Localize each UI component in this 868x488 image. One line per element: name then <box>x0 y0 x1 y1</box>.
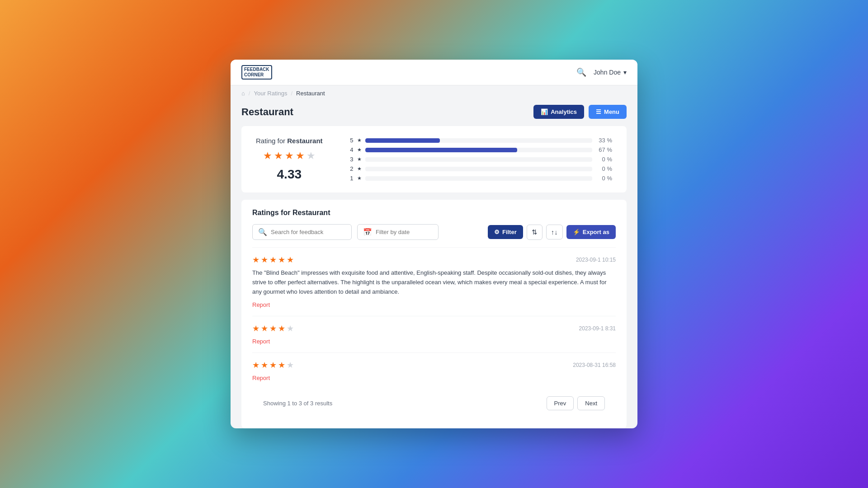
rating-for-label: Rating for Restaurant <box>256 137 323 145</box>
page-title: Restaurant <box>241 106 293 118</box>
user-name: John Doe <box>594 69 621 76</box>
logo: FEEDBACK CORNER <box>241 65 272 80</box>
star-3: ★ <box>285 150 294 162</box>
filter-icon: ⚙ <box>494 229 500 235</box>
review-1-report-button[interactable]: Report <box>252 301 270 308</box>
sort-icon-2: ↑↓ <box>551 228 558 236</box>
bar-track-4 <box>365 148 592 152</box>
review-item-2: ★ ★ ★ ★ ★ 2023-09-1 8:31 Report <box>252 316 616 352</box>
review-2-stars: ★ ★ ★ ★ ★ <box>252 324 294 333</box>
next-button[interactable]: Next <box>577 396 605 410</box>
star-2: ★ <box>274 150 283 162</box>
date-filter-input[interactable] <box>376 229 433 235</box>
search-input-wrap: 🔍 <box>252 224 352 240</box>
filter-button[interactable]: ⚙ Filter <box>488 225 523 239</box>
bar-star-4: ★ <box>357 147 362 153</box>
sort-button-1[interactable]: ⇅ <box>527 225 542 240</box>
bar-track-5 <box>365 138 592 143</box>
analytics-icon: 📊 <box>541 108 548 115</box>
breadcrumb-sep1: / <box>249 90 250 97</box>
pagination-buttons: Prev Next <box>547 396 605 410</box>
bar-track-3 <box>365 157 592 162</box>
bar-star-2: ★ <box>357 166 362 172</box>
filters-row: 🔍 📅 ⚙ Filter ⇅ ↑↓ ⚡ E <box>252 224 616 240</box>
review-3-report-button[interactable]: Report <box>252 375 270 381</box>
bar-label-4: 4 <box>344 146 354 153</box>
bar-fill-5 <box>365 138 440 143</box>
calendar-icon: 📅 <box>363 228 372 236</box>
rating-bars: 5 ★ 33 % 4 ★ 67 % 3 ★ <box>344 137 612 182</box>
bar-pct-5: 33 % <box>596 137 612 144</box>
bar-pct-3: 0 % <box>596 156 612 163</box>
review-1-text: The "Blind Beach" impresses with exquisi… <box>252 268 616 296</box>
menu-button[interactable]: ☰ Menu <box>589 105 627 119</box>
sort-icon-1: ⇅ <box>532 228 538 236</box>
breadcrumb: ⌂ / Your Ratings / Restaurant <box>231 85 637 101</box>
sort-button-2[interactable]: ↑↓ <box>546 225 563 239</box>
logo-line2: CORNER <box>244 72 269 78</box>
review-1-date: 2023-09-1 10:15 <box>576 257 616 263</box>
menu-label: Menu <box>604 108 619 115</box>
header: FEEDBACK CORNER 🔍 John Doe ▾ <box>231 60 637 85</box>
review-2-report-button[interactable]: Report <box>252 338 270 345</box>
showing-text: Showing 1 to 3 of 3 results <box>263 400 332 407</box>
breadcrumb-sep2: / <box>291 90 292 97</box>
ratings-title-bold: Restaurant <box>292 209 330 216</box>
bar-row-3: 3 ★ 0 % <box>344 156 612 163</box>
rating-left: Rating for Restaurant ★ ★ ★ ★ ★ 4.33 <box>256 137 323 182</box>
bar-track-2 <box>365 167 592 171</box>
rating-stars-display: ★ ★ ★ ★ ★ <box>263 150 316 162</box>
review-2-header: ★ ★ ★ ★ ★ 2023-09-1 8:31 <box>252 324 616 333</box>
filters-right: ⚙ Filter ⇅ ↑↓ ⚡ Export as <box>488 225 616 240</box>
breadcrumb-your-ratings[interactable]: Your Ratings <box>254 90 287 97</box>
search-button[interactable]: 🔍 <box>576 67 586 77</box>
menu-icon: ☰ <box>596 108 601 115</box>
review-1-header: ★ ★ ★ ★ ★ 2023-09-1 10:15 <box>252 255 616 265</box>
home-icon[interactable]: ⌂ <box>241 90 245 97</box>
export-icon: ⚡ <box>573 229 580 235</box>
filter-label: Filter <box>502 229 517 235</box>
date-input-wrap: 📅 <box>357 224 439 240</box>
review-3-date: 2023-08-31 16:58 <box>573 362 616 368</box>
bar-label-3: 3 <box>344 156 354 163</box>
bar-label-1: 1 <box>344 175 354 182</box>
app-window: FEEDBACK CORNER 🔍 John Doe ▾ ⌂ / Your Ra… <box>231 60 637 428</box>
breadcrumb-current: Restaurant <box>296 90 325 97</box>
review-2-date: 2023-09-1 8:31 <box>579 325 616 332</box>
page-header: Restaurant 📊 Analytics ☰ Menu <box>231 101 637 126</box>
bar-label-2: 2 <box>344 165 354 172</box>
star-1: ★ <box>263 150 272 162</box>
chevron-down-icon: ▾ <box>623 69 627 76</box>
prev-button[interactable]: Prev <box>547 396 574 410</box>
rating-subject: Restaurant <box>287 137 322 145</box>
review-3-header: ★ ★ ★ ★ ★ 2023-08-31 16:58 <box>252 360 616 370</box>
bar-star-3: ★ <box>357 156 362 162</box>
analytics-label: Analytics <box>551 108 577 115</box>
analytics-button[interactable]: 📊 Analytics <box>533 105 584 119</box>
review-3-stars: ★ ★ ★ ★ ★ <box>252 360 294 370</box>
bar-row-4: 4 ★ 67 % <box>344 146 612 153</box>
pagination-row: Showing 1 to 3 of 3 results Prev Next <box>252 389 616 419</box>
ratings-section: Ratings for Restaurant 🔍 📅 ⚙ Filter ⇅ <box>241 200 627 428</box>
bar-pct-2: 0 % <box>596 165 612 172</box>
review-item-3: ★ ★ ★ ★ ★ 2023-08-31 16:58 Report <box>252 352 616 389</box>
header-right: 🔍 John Doe ▾ <box>576 67 627 77</box>
logo-box: FEEDBACK CORNER <box>241 65 272 80</box>
logo-line1: FEEDBACK <box>244 67 269 72</box>
export-label: Export as <box>583 229 609 235</box>
search-input[interactable] <box>271 229 346 235</box>
bar-fill-4 <box>365 148 518 152</box>
user-menu[interactable]: John Doe ▾ <box>594 69 627 76</box>
export-button[interactable]: ⚡ Export as <box>566 225 616 239</box>
bar-row-1: 1 ★ 0 % <box>344 175 612 182</box>
bar-star-5: ★ <box>357 137 362 143</box>
review-1-stars: ★ ★ ★ ★ ★ <box>252 255 294 265</box>
rating-summary-card: Rating for Restaurant ★ ★ ★ ★ ★ 4.33 5 ★… <box>241 126 627 192</box>
bar-pct-1: 0 % <box>596 175 612 182</box>
star-4: ★ <box>296 150 305 162</box>
bar-pct-4: 67 % <box>596 146 612 153</box>
star-5: ★ <box>307 150 316 162</box>
review-item-1: ★ ★ ★ ★ ★ 2023-09-1 10:15 The "Blind Bea… <box>252 247 616 315</box>
rating-score: 4.33 <box>277 167 302 182</box>
bar-row-2: 2 ★ 0 % <box>344 165 612 172</box>
